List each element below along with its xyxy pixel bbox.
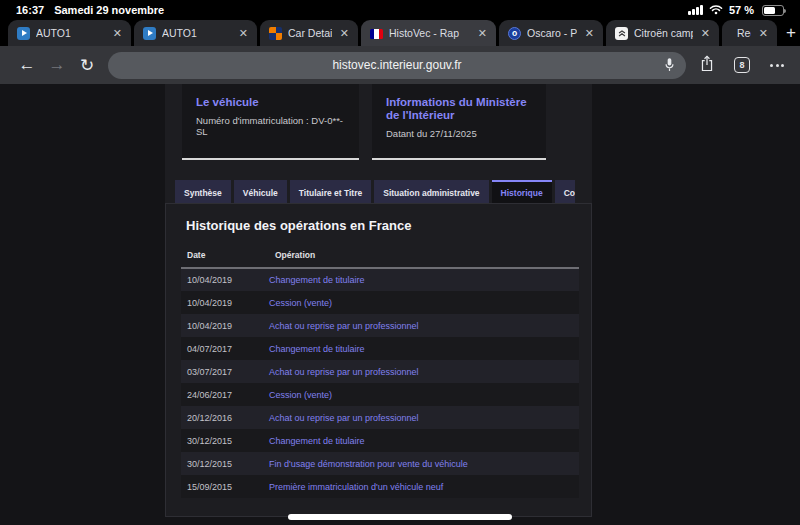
table-row: 15/09/2015 Première immatriculation d'un…	[181, 475, 579, 498]
tab-situation-administrative[interactable]: Situation administrative	[374, 180, 488, 204]
checker-favicon-icon	[269, 27, 282, 40]
historique-panel: Historique des opérations en France Date…	[165, 203, 592, 517]
back-button[interactable]: ←	[12, 55, 42, 75]
url-text: histovec.interieur.gouv.fr	[108, 58, 686, 72]
operations-table: Date Opération 10/04/2019 Changement de …	[181, 244, 579, 498]
operation-date: 10/04/2019	[181, 314, 269, 337]
browser-tab-auto1-2[interactable]: AUTO1 ✕	[134, 20, 257, 46]
table-row: 03/07/2017 Achat ou reprise par un profe…	[181, 360, 579, 383]
table-row: 10/04/2019 Cession (vente)	[181, 291, 579, 314]
table-row: 24/06/2017 Cession (vente)	[181, 383, 579, 406]
vehicle-tile-title: Le véhicule	[196, 96, 345, 109]
operation-date: 30/12/2015	[181, 429, 269, 452]
section-title: Historique des opérations en France	[186, 218, 591, 233]
tab-historique[interactable]: Historique	[492, 180, 552, 204]
ministry-tile-title: Informations du Ministère de l'Intérieur	[386, 96, 532, 122]
new-tab-button[interactable]: +	[782, 20, 800, 46]
date-label: Samedi 29 novembre	[54, 4, 164, 16]
tab-title: Oscaro - Pièce	[527, 27, 577, 39]
share-icon[interactable]	[700, 55, 714, 76]
operation-label: Achat ou reprise par un professionnel	[269, 360, 579, 383]
citroen-favicon-icon	[615, 27, 628, 40]
column-header-operation: Opération	[269, 244, 579, 268]
tab-switcher-button[interactable]: 8	[734, 57, 750, 73]
ministry-tile-body: Datant du 27/11/2025	[386, 128, 532, 139]
operation-label: Achat ou reprise par un professionnel	[269, 406, 579, 429]
operation-label: Fin d'usage démonstration pour vente du …	[269, 452, 579, 475]
ministry-tile: Informations du Ministère de l'Intérieur…	[372, 84, 546, 160]
operation-date: 03/07/2017	[181, 360, 269, 383]
close-tab-icon[interactable]: ✕	[237, 27, 250, 40]
operation-label: Cession (vente)	[269, 291, 579, 314]
wifi-icon	[709, 4, 723, 17]
close-tab-icon[interactable]: ✕	[338, 27, 351, 40]
close-tab-icon[interactable]: ✕	[583, 27, 596, 40]
clock: 16:37	[16, 4, 44, 16]
operation-label: Première immatriculation d'un véhicule n…	[269, 475, 579, 498]
close-tab-icon[interactable]: ✕	[757, 27, 770, 40]
operation-date: 04/07/2017	[181, 337, 269, 360]
column-header-date: Date	[181, 244, 269, 268]
tab-title: HistoVec - Rap	[389, 27, 470, 39]
operation-label: Cession (vente)	[269, 383, 579, 406]
menu-icon[interactable]	[770, 64, 784, 67]
tab-title: AUTO1	[36, 27, 105, 39]
table-row: 30/12/2015 Fin d'usage démonstration pou…	[181, 452, 579, 475]
forward-button[interactable]: →	[42, 55, 72, 75]
browser-tab-histovec[interactable]: HistoVec - Rap ✕	[361, 20, 496, 46]
table-row: 30/12/2015 Changement de titulaire	[181, 429, 579, 452]
battery-icon	[762, 5, 784, 16]
operation-label: Changement de titulaire	[269, 268, 579, 291]
operation-label: Changement de titulaire	[269, 337, 579, 360]
browser-tab-oscaro[interactable]: o Oscaro - Pièce ✕	[499, 20, 603, 46]
tab-titulaire-et-titre[interactable]: Titulaire et Titre	[290, 180, 371, 204]
reload-button[interactable]: ↻	[72, 55, 102, 76]
cellular-signal-icon	[688, 5, 703, 15]
home-indicator[interactable]	[288, 514, 512, 520]
operation-date: 10/04/2019	[181, 291, 269, 314]
operation-date: 20/12/2016	[181, 406, 269, 429]
tab-title: AUTO1	[162, 27, 231, 39]
ipad-screen: 16:37 Samedi 29 novembre 57 % AUTO1 ✕ AU…	[0, 0, 800, 525]
browser-tab-car-detail[interactable]: Car Detail - Ad ✕	[260, 20, 358, 46]
status-bar: 16:37 Samedi 29 novembre 57 %	[0, 0, 800, 20]
browser-tab-auto1-1[interactable]: AUTO1 ✕	[8, 20, 131, 46]
browser-tab-strip: AUTO1 ✕ AUTO1 ✕ Car Detail - Ad ✕ HistoV…	[0, 20, 800, 46]
operation-date: 10/04/2019	[181, 268, 269, 291]
auto1-favicon-icon	[17, 27, 30, 40]
operation-date: 30/12/2015	[181, 452, 269, 475]
browser-toolbar: ← → ↻ histovec.interieur.gouv.fr 8	[0, 46, 800, 84]
vehicle-tile: Le véhicule Numéro d'immatriculation : D…	[182, 84, 359, 160]
browser-tab-requ[interactable]: Requ ✕	[722, 20, 777, 46]
web-content: Le véhicule Numéro d'immatriculation : D…	[0, 84, 800, 525]
report-tab-bar: Synthèse Véhicule Titulaire et Titre Sit…	[175, 180, 575, 204]
tab-vehicule[interactable]: Véhicule	[234, 180, 287, 204]
operation-label: Achat ou reprise par un professionnel	[269, 314, 579, 337]
table-row: 10/04/2019 Achat ou reprise par un profe…	[181, 314, 579, 337]
french-flag-favicon-icon	[370, 29, 383, 39]
tab-title: Requ	[737, 27, 751, 39]
operation-date: 15/09/2015	[181, 475, 269, 498]
tab-title: Car Detail - Ad	[288, 27, 332, 39]
vehicle-tile-body: Numéro d'immatriculation : DV-0**-SL	[196, 115, 345, 137]
operation-date: 24/06/2017	[181, 383, 269, 406]
table-row: 10/04/2019 Changement de titulaire	[181, 268, 579, 291]
tab-title: Citroën campag	[634, 27, 693, 39]
battery-percent: 57 %	[729, 4, 754, 16]
tab-synthese[interactable]: Synthèse	[175, 180, 231, 204]
address-bar[interactable]: histovec.interieur.gouv.fr	[108, 52, 686, 79]
tab-controles-techniques[interactable]: Contrôles techniques	[555, 180, 575, 204]
table-row: 20/12/2016 Achat ou reprise par un profe…	[181, 406, 579, 429]
close-tab-icon[interactable]: ✕	[476, 27, 489, 40]
close-tab-icon[interactable]: ✕	[699, 27, 712, 40]
oscaro-favicon-icon: o	[508, 27, 521, 40]
table-header-row: Date Opération	[181, 244, 579, 268]
microphone-icon[interactable]	[664, 57, 675, 77]
close-tab-icon[interactable]: ✕	[111, 27, 124, 40]
histovec-report-container: Le véhicule Numéro d'immatriculation : D…	[165, 84, 592, 517]
table-row: 04/07/2017 Changement de titulaire	[181, 337, 579, 360]
auto1-favicon-icon	[143, 27, 156, 40]
operation-label: Changement de titulaire	[269, 429, 579, 452]
browser-tab-citroen[interactable]: Citroën campag ✕	[606, 20, 719, 46]
